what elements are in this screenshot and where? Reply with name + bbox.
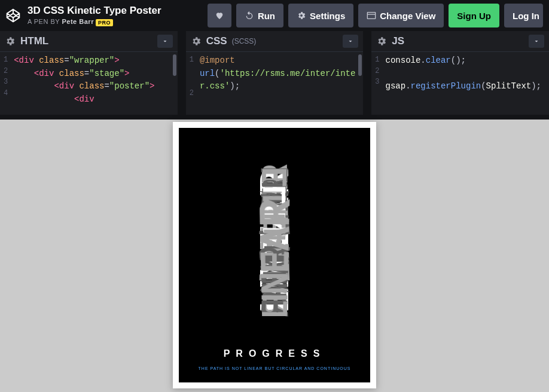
- editor-html-collapse[interactable]: [157, 35, 173, 48]
- gear-icon[interactable]: [376, 36, 387, 47]
- ln: 1: [375, 54, 379, 66]
- editor-js-collapse[interactable]: [529, 35, 544, 48]
- ln: 3: [375, 76, 379, 88]
- scrollbar[interactable]: [173, 54, 176, 76]
- scrollbar[interactable]: [358, 54, 362, 76]
- code-content: <div class="wrapper"> <div class="stage"…: [13, 52, 158, 115]
- ln: 2: [375, 66, 379, 77]
- chevron-down-icon: [533, 38, 540, 45]
- editor-js-code[interactable]: 1 2 3 console.clear(); gsap.registerPlug…: [371, 52, 549, 115]
- editor-css-header: CSS (SCSS): [186, 31, 364, 52]
- editor-js: JS 1 2 3 console.clear(); gsap.registerP…: [371, 31, 549, 115]
- editor-js-header: JS: [371, 31, 549, 52]
- pen-byline: A PEN BY Pete BarrPRO: [28, 18, 203, 26]
- svg-rect-0: [368, 13, 376, 19]
- byline-prefix: A PEN BY: [28, 18, 62, 25]
- gear-icon: [297, 11, 306, 20]
- poster-subtitle: THE PATH IS NOT LINEAR BUT CIRCULAR AND …: [179, 366, 370, 370]
- signup-button[interactable]: Sign Up: [449, 4, 499, 27]
- settings-label: Settings: [310, 11, 345, 21]
- editor-html-code[interactable]: 1 2 3 4 <div class="wrapper"> <div class…: [0, 52, 178, 115]
- editor-js-title: JS: [392, 35, 404, 47]
- code-content: @import url('https://rsms.me/inter/inter…: [199, 52, 363, 115]
- ln: 3: [4, 76, 8, 88]
- pro-badge: PRO: [96, 19, 113, 26]
- poster-frame: LINEARLINEARLINEARLINEARLINEARLINEARLINE…: [173, 122, 376, 388]
- settings-button[interactable]: Settings: [288, 4, 353, 27]
- poster-title: PROGRESS: [179, 348, 370, 359]
- editor-css-code[interactable]: 1 2 @import url('https://rsms.me/inter/i…: [186, 52, 364, 115]
- title-block: 3D CSS Kinetic Type Poster A PEN BY Pete…: [28, 5, 203, 26]
- run-label: Run: [258, 11, 275, 21]
- editor-html: HTML 1 2 3 4 <div class="wrapper"> <div …: [0, 31, 178, 115]
- preview-area: LINEARLINEARLINEARLINEARLINEARLINEARLINE…: [0, 120, 549, 392]
- ln: 2: [4, 66, 8, 77]
- editor-html-header: HTML: [0, 31, 178, 52]
- like-button[interactable]: [208, 4, 231, 27]
- editors-row: HTML 1 2 3 4 <div class="wrapper"> <div …: [0, 31, 549, 120]
- change-view-label: Change View: [380, 11, 435, 21]
- signup-label: Sign Up: [457, 11, 491, 21]
- editor-css: CSS (SCSS) 1 2 @import url('https://rsms…: [186, 31, 364, 115]
- ln: 2: [190, 88, 194, 99]
- ln: 1: [190, 54, 194, 66]
- codepen-logo: [6, 8, 20, 23]
- gear-icon[interactable]: [191, 36, 202, 47]
- chevron-down-icon: [347, 38, 354, 45]
- editor-css-collapse[interactable]: [343, 35, 358, 48]
- app-header: 3D CSS Kinetic Type Poster A PEN BY Pete…: [0, 0, 549, 31]
- code-content: console.clear(); gsap.registerPlugin(Spl…: [385, 52, 545, 115]
- ln: 1: [4, 54, 8, 66]
- login-button[interactable]: Log In: [504, 4, 543, 27]
- layout-icon: [367, 11, 376, 20]
- login-label: Log In: [513, 11, 539, 21]
- poster-footer: PROGRESS THE PATH IS NOT LINEAR BUT CIRC…: [179, 348, 370, 370]
- ln: [190, 76, 194, 88]
- change-view-button[interactable]: Change View: [358, 4, 444, 27]
- gear-icon[interactable]: [5, 36, 16, 47]
- author-link[interactable]: Pete Barr: [62, 18, 94, 25]
- gutter: 1 2: [186, 52, 199, 115]
- chevron-down-icon: [161, 38, 169, 45]
- editor-css-title: CSS: [206, 35, 227, 47]
- poster: LINEARLINEARLINEARLINEARLINEARLINEARLINE…: [179, 128, 370, 382]
- editor-html-title: HTML: [20, 35, 48, 47]
- run-button[interactable]: Run: [236, 4, 283, 27]
- ln: [190, 66, 194, 77]
- heart-icon: [215, 11, 224, 20]
- ln: 4: [4, 88, 8, 99]
- gutter: 1 2 3 4: [0, 52, 13, 115]
- kinetic-type: LINEARLINEARLINEARLINEARLINEARLINEARLINE…: [197, 158, 352, 325]
- gutter: 1 2 3: [371, 52, 384, 115]
- toolbar: Run Settings Change View Sign Up Log In: [208, 4, 543, 27]
- pen-title: 3D CSS Kinetic Type Poster: [28, 5, 203, 17]
- editor-css-subtitle: (SCSS): [232, 37, 257, 45]
- reload-icon: [245, 11, 254, 20]
